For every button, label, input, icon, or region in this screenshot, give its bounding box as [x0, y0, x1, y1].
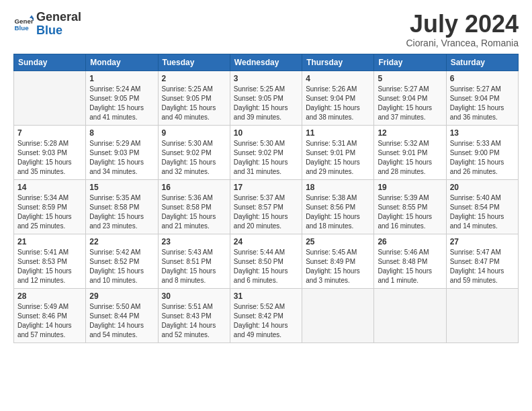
day-number: 29 [89, 291, 154, 301]
cell-content: Sunrise: 5:44 AMSunset: 8:50 PMDaylight:… [234, 248, 298, 285]
week-row-5: 28Sunrise: 5:49 AMSunset: 8:46 PMDayligh… [14, 288, 519, 342]
day-number: 19 [378, 183, 442, 192]
header-wednesday: Wednesday [230, 54, 302, 71]
cell-content: Sunrise: 5:28 AMSunset: 9:03 PMDaylight:… [17, 139, 82, 177]
cell-line: and 29 minutes. [306, 168, 353, 175]
cell-content: Sunrise: 5:52 AMSunset: 8:42 PMDaylight:… [234, 302, 298, 340]
cell-line: Daylight: 15 hours [89, 104, 144, 111]
cell-line: Daylight: 15 hours [378, 267, 432, 275]
cell-content: Sunrise: 5:38 AMSunset: 8:56 PMDaylight:… [306, 193, 370, 231]
cell-line: and 3 minutes. [306, 277, 350, 284]
cell-line: Daylight: 15 hours [450, 213, 504, 220]
cell-line: and 20 minutes. [234, 222, 281, 230]
day-number: 20 [450, 183, 515, 192]
cell-content: Sunrise: 5:33 AMSunset: 9:00 PMDaylight:… [450, 139, 515, 177]
cell-line: Daylight: 15 hours [306, 213, 360, 220]
cell-line: Sunset: 9:04 PM [450, 95, 500, 102]
day-number: 6 [450, 74, 515, 83]
cell-w3-d2: 15Sunrise: 5:35 AMSunset: 8:58 PMDayligh… [86, 179, 158, 234]
logo-icon: General Blue [13, 14, 34, 34]
cell-w3-d1: 14Sunrise: 5:34 AMSunset: 8:59 PMDayligh… [14, 179, 86, 234]
cell-line: Sunrise: 5:25 AM [234, 85, 285, 93]
cell-line: and 34 minutes. [89, 168, 137, 175]
week-row-3: 14Sunrise: 5:34 AMSunset: 8:59 PMDayligh… [14, 179, 519, 234]
cell-w1-d4: 3Sunrise: 5:25 AMSunset: 9:05 PMDaylight… [230, 71, 302, 125]
day-number: 2 [162, 74, 226, 83]
cell-line: Sunrise: 5:39 AM [378, 194, 429, 201]
cell-w5-d2: 29Sunrise: 5:50 AMSunset: 8:44 PMDayligh… [86, 288, 158, 342]
cell-line: Daylight: 15 hours [378, 104, 432, 111]
cell-line: Sunrise: 5:44 AM [234, 248, 285, 256]
cell-line: Sunset: 8:58 PM [89, 203, 139, 211]
cell-content: Sunrise: 5:34 AMSunset: 8:59 PMDaylight:… [17, 193, 82, 231]
cell-content: Sunrise: 5:47 AMSunset: 8:47 PMDaylight:… [450, 248, 515, 285]
day-number: 16 [162, 183, 226, 192]
cell-line: Daylight: 15 hours [234, 267, 288, 275]
cell-line: Sunset: 9:01 PM [378, 149, 427, 156]
cell-line: Sunset: 9:04 PM [306, 95, 355, 102]
cell-content: Sunrise: 5:42 AMSunset: 8:52 PMDaylight:… [89, 248, 154, 285]
cell-content: Sunrise: 5:40 AMSunset: 8:54 PMDaylight:… [450, 193, 515, 231]
cell-w2-d1: 7Sunrise: 5:28 AMSunset: 9:03 PMDaylight… [14, 125, 86, 179]
cell-line: Sunset: 8:53 PM [17, 258, 67, 265]
header-friday: Friday [374, 54, 446, 71]
cell-content: Sunrise: 5:41 AMSunset: 8:53 PMDaylight:… [17, 248, 82, 285]
cell-line: and 39 minutes. [234, 113, 281, 121]
cell-w3-d4: 17Sunrise: 5:37 AMSunset: 8:57 PMDayligh… [230, 179, 302, 234]
day-number: 24 [234, 237, 298, 246]
cell-w5-d4: 31Sunrise: 5:52 AMSunset: 8:42 PMDayligh… [230, 288, 302, 342]
cell-line: Sunset: 9:02 PM [234, 149, 283, 156]
cell-w2-d4: 10Sunrise: 5:30 AMSunset: 9:02 PMDayligh… [230, 125, 302, 179]
cell-line: and 35 minutes. [17, 168, 65, 175]
cell-line: Daylight: 15 hours [450, 104, 504, 111]
day-number: 30 [162, 291, 226, 301]
cell-line: and 38 minutes. [306, 113, 353, 121]
cell-line: Sunset: 8:42 PM [234, 312, 283, 320]
cell-line: Sunset: 9:03 PM [17, 149, 67, 156]
cell-content: Sunrise: 5:39 AMSunset: 8:55 PMDaylight:… [378, 193, 442, 231]
cell-w5-d6 [374, 288, 446, 342]
cell-line: and 59 minutes. [450, 277, 498, 284]
cell-line: Sunset: 8:58 PM [162, 203, 212, 211]
cell-line: and 26 minutes. [450, 168, 498, 175]
cell-content: Sunrise: 5:24 AMSunset: 9:05 PMDaylight:… [89, 85, 154, 122]
cell-line: Daylight: 15 hours [306, 158, 360, 166]
cell-content: Sunrise: 5:25 AMSunset: 9:05 PMDaylight:… [162, 85, 226, 122]
cell-line: and 18 minutes. [306, 222, 353, 230]
cell-line: Sunrise: 5:28 AM [17, 140, 69, 147]
cell-w2-d6: 12Sunrise: 5:32 AMSunset: 9:01 PMDayligh… [374, 125, 446, 179]
cell-line: Daylight: 15 hours [162, 213, 216, 220]
cell-line: Sunset: 8:56 PM [306, 203, 355, 211]
cell-line: and 40 minutes. [162, 113, 210, 121]
cell-line: Daylight: 15 hours [378, 158, 432, 166]
header-sunday: Sunday [14, 54, 86, 71]
cell-line: Sunrise: 5:30 AM [234, 140, 285, 147]
location: Ciorani, Vrancea, Romania [406, 38, 519, 48]
cell-line: Sunset: 8:47 PM [450, 258, 500, 265]
cell-line: Sunrise: 5:32 AM [378, 140, 429, 147]
cell-line: Daylight: 15 hours [450, 158, 504, 166]
cell-content: Sunrise: 5:35 AMSunset: 8:58 PMDaylight:… [89, 193, 154, 231]
cell-content: Sunrise: 5:37 AMSunset: 8:57 PMDaylight:… [234, 193, 298, 231]
cell-content: Sunrise: 5:27 AMSunset: 9:04 PMDaylight:… [378, 85, 442, 122]
day-number: 3 [234, 74, 298, 83]
cell-line: and 54 minutes. [89, 331, 137, 338]
cell-line: Sunrise: 5:50 AM [89, 303, 140, 310]
cell-content: Sunrise: 5:49 AMSunset: 8:46 PMDaylight:… [17, 302, 82, 340]
cell-line: Daylight: 15 hours [234, 158, 288, 166]
cell-line: Sunset: 8:57 PM [234, 203, 283, 211]
cell-line: Sunset: 8:48 PM [378, 258, 427, 265]
day-number: 27 [450, 237, 515, 246]
cell-line: and 28 minutes. [378, 168, 425, 175]
cell-w2-d7: 13Sunrise: 5:33 AMSunset: 9:00 PMDayligh… [446, 125, 518, 179]
cell-line: Daylight: 14 hours [89, 322, 144, 329]
cell-line: Sunset: 8:51 PM [162, 258, 212, 265]
cell-w1-d1 [14, 71, 86, 125]
cell-line: Sunset: 8:46 PM [17, 312, 67, 320]
day-number: 5 [378, 74, 442, 83]
cell-line: Sunrise: 5:51 AM [162, 303, 213, 310]
cell-line: Sunrise: 5:42 AM [89, 248, 140, 256]
cell-w5-d7 [446, 288, 518, 342]
svg-marker-2 [30, 15, 34, 18]
cell-line: Sunset: 9:03 PM [89, 149, 139, 156]
